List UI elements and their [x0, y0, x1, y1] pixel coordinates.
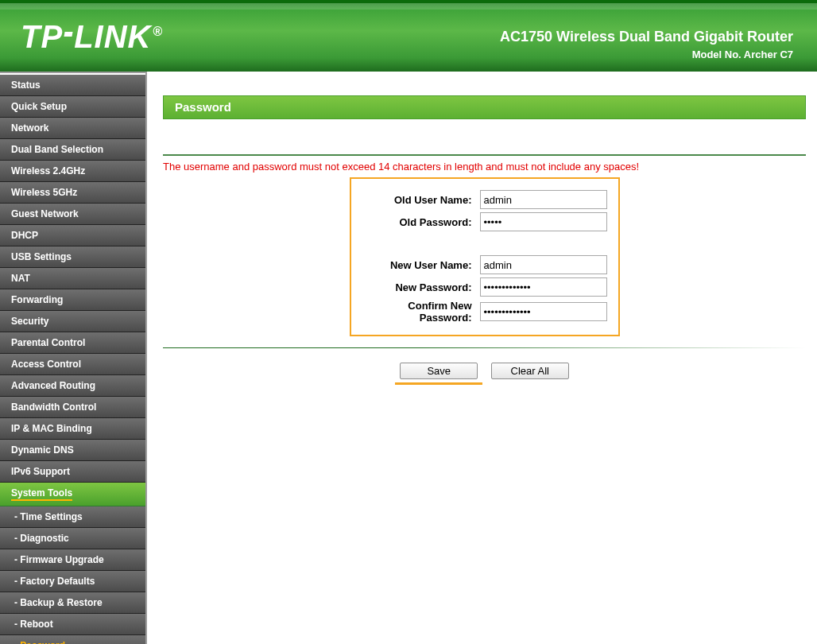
sidebar-item-access[interactable]: Access Control — [0, 354, 145, 375]
sidebar-item-firmware[interactable]: - Firmware Upgrade — [0, 549, 145, 571]
sidebar-item-reboot[interactable]: - Reboot — [0, 614, 145, 635]
sidebar-item-bandwidth[interactable]: Bandwidth Control — [0, 397, 145, 418]
new-pass-input[interactable] — [480, 277, 607, 297]
clear-all-button[interactable]: Clear All — [491, 363, 569, 379]
page-title: Password — [163, 95, 806, 119]
new-pass-label: New Password: — [362, 281, 480, 293]
brand-logo: TP LINK ® — [21, 19, 163, 55]
sidebar-item-usb[interactable]: USB Settings — [0, 246, 145, 268]
product-info: AC1750 Wireless Dual Band Gigabit Router… — [500, 29, 793, 60]
sidebar-item-backup[interactable]: - Backup & Restore — [0, 592, 145, 614]
sidebar-item-nat[interactable]: NAT — [0, 268, 145, 289]
sidebar-item-ipv6[interactable]: IPv6 Support — [0, 461, 145, 483]
sidebar-item-quick-setup[interactable]: Quick Setup — [0, 96, 145, 118]
new-user-label: New User Name: — [362, 259, 480, 271]
main-content: Password The username and password must … — [147, 72, 817, 644]
sidebar-item-parental[interactable]: Parental Control — [0, 332, 145, 354]
sidebar-item-status[interactable]: Status — [0, 75, 145, 96]
sidebar-item-dhcp[interactable]: DHCP — [0, 225, 145, 246]
sidebar-item-password[interactable]: - Password — [0, 635, 145, 644]
sidebar-item-security[interactable]: Security — [0, 311, 145, 332]
sidebar-item-guest-network[interactable]: Guest Network — [0, 204, 145, 225]
sidebar-item-forwarding[interactable]: Forwarding — [0, 289, 145, 311]
warning-text: The username and password must not excee… — [163, 161, 806, 173]
new-user-input[interactable] — [480, 255, 607, 274]
sidebar-item-adv-routing[interactable]: Advanced Routing — [0, 375, 145, 397]
sidebar-item-network[interactable]: Network — [0, 118, 145, 139]
old-user-label: Old User Name: — [362, 194, 480, 206]
brand-dash-icon — [64, 32, 73, 37]
sidebar-item-wireless-24[interactable]: Wireless 2.4GHz — [0, 161, 145, 182]
sidebar-item-ddns[interactable]: Dynamic DNS — [0, 440, 145, 461]
header-bar: TP LINK ® AC1750 Wireless Dual Band Giga… — [0, 0, 817, 72]
button-row: Save Clear All — [163, 363, 806, 385]
product-model: Model No. Archer C7 — [500, 48, 793, 60]
sidebar-item-ip-mac[interactable]: IP & MAC Binding — [0, 418, 145, 440]
sidebar-item-factory[interactable]: - Factory Defaults — [0, 571, 145, 592]
sidebar-item-diagnostic[interactable]: - Diagnostic — [0, 528, 145, 549]
old-user-input[interactable] — [480, 190, 607, 209]
old-pass-label: Old Password: — [362, 216, 480, 228]
sidebar: Status Quick Setup Network Dual Band Sel… — [0, 72, 147, 644]
sidebar-item-wireless-5[interactable]: Wireless 5GHz — [0, 182, 145, 204]
password-form: Old User Name: Old Password: New User Na… — [350, 177, 620, 336]
old-pass-input[interactable] — [480, 212, 607, 231]
sidebar-item-time[interactable]: - Time Settings — [0, 506, 145, 528]
sidebar-item-dual-band[interactable]: Dual Band Selection — [0, 139, 145, 161]
product-title: AC1750 Wireless Dual Band Gigabit Router — [500, 29, 793, 45]
save-button[interactable]: Save — [400, 363, 478, 379]
sidebar-item-system-tools[interactable]: System Tools — [0, 483, 145, 506]
confirm-pass-input[interactable] — [480, 302, 607, 321]
confirm-pass-label: Confirm New Password: — [362, 300, 480, 324]
